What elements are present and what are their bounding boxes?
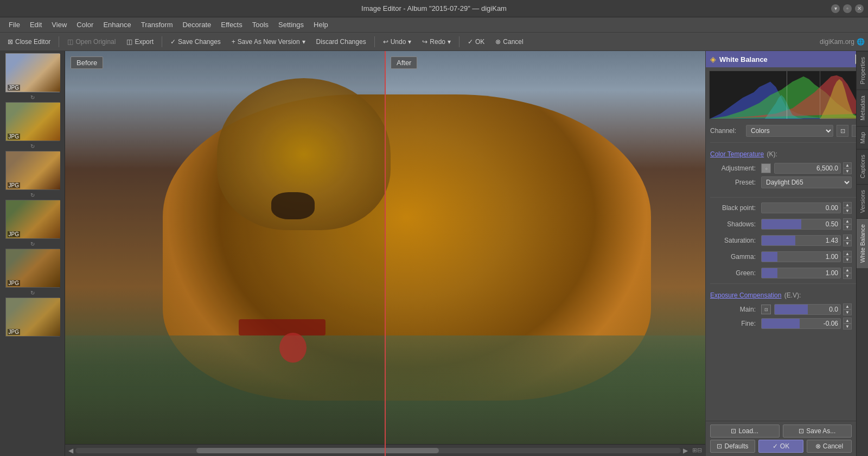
toolbar: ⊠ Close Editor ◫ Open Original ◫ Export … — [0, 33, 868, 51]
gamma-input[interactable] — [761, 251, 841, 262]
discard-changes-button[interactable]: Discard Changes — [312, 36, 371, 47]
cancel-button[interactable]: ⊗ Cancel — [491, 36, 527, 47]
ok-cancel-row: ⊡ Defaults ✓ OK ⊗ Cancel — [710, 440, 852, 453]
black-point-down[interactable]: ▼ — [843, 208, 852, 214]
main-input[interactable] — [774, 304, 841, 315]
fine-up[interactable]: ▲ — [843, 318, 852, 324]
load-save-row: ⊡ Load... ⊡ Save As... — [710, 425, 852, 438]
menu-effects[interactable]: Effects — [216, 19, 247, 30]
wb-ok-button[interactable]: ✓ OK — [758, 440, 803, 453]
adjustment-up[interactable]: ▲ — [843, 162, 852, 168]
tab-map[interactable]: Map — [857, 126, 868, 149]
channel-label: Channel: — [710, 127, 743, 135]
channel-row: Channel: Colors ⊡ ⊟ — [706, 123, 868, 139]
green-down[interactable]: ▼ — [843, 273, 852, 279]
exposure-comp-link[interactable]: Exposure Compensation — [710, 292, 781, 299]
maximize-button[interactable]: ▫ — [843, 4, 852, 13]
wb-cancel-button[interactable]: ⊗ Cancel — [807, 440, 852, 453]
thumb-nav-1[interactable]: ↻ — [0, 93, 65, 101]
redo-icon: ↪ — [422, 38, 427, 46]
nav-right-icon[interactable]: ▶ — [683, 447, 688, 454]
main-up[interactable]: ▲ — [843, 303, 852, 309]
nav-left-icon[interactable]: ◀ — [68, 447, 73, 454]
green-input[interactable] — [761, 268, 841, 278]
toolbar-separator-2 — [162, 36, 162, 47]
tab-white-balance[interactable]: White Balance — [857, 218, 868, 268]
digikam-globe-icon: 🌐 — [857, 38, 865, 46]
fine-exposure-row: Fine: ▲ ▼ ↺ — [710, 318, 864, 330]
channel-select[interactable]: Colors — [746, 125, 833, 137]
shadows-input[interactable] — [761, 219, 841, 230]
menu-color[interactable]: Color — [72, 19, 98, 30]
menu-file[interactable]: File — [4, 19, 24, 30]
load-icon: ⊡ — [731, 427, 736, 435]
adjustment-label: Adjustment: — [710, 164, 759, 172]
tab-versions[interactable]: Versions — [857, 184, 868, 218]
gamma-down[interactable]: ▼ — [843, 257, 852, 263]
save-icon: ⊡ — [799, 427, 804, 435]
menu-settings[interactable]: Settings — [274, 19, 308, 30]
open-original-button[interactable]: ◫ Open Original — [63, 36, 120, 47]
thumb-nav-5[interactable]: ↻ — [0, 289, 65, 296]
thumbnail-label-6: JPG — [8, 329, 20, 335]
thumb-nav-4[interactable]: ↻ — [0, 240, 65, 248]
menu-tools[interactable]: Tools — [248, 19, 273, 30]
thumbnail-3[interactable]: JPG — [5, 151, 60, 190]
black-point-up[interactable]: ▲ — [843, 202, 852, 208]
close-editor-button[interactable]: ⊠ Close Editor — [3, 36, 55, 47]
preset-select[interactable]: Daylight D65 — [761, 176, 852, 188]
thumbnail-5[interactable]: JPG — [5, 249, 60, 288]
preset-row: Preset: Daylight D65 ↺ — [710, 176, 864, 188]
thumbnail-2[interactable]: JPG — [5, 102, 60, 141]
menu-view[interactable]: View — [47, 19, 71, 30]
fine-down[interactable]: ▼ — [843, 324, 852, 330]
menu-transform[interactable]: Transform — [137, 19, 177, 30]
thumbnail-6[interactable]: JPG — [5, 297, 60, 337]
thumbnail-4[interactable]: JPG — [5, 200, 60, 239]
export-button[interactable]: ◫ Export — [122, 36, 158, 47]
thumbnail-1[interactable]: JPG — [5, 53, 60, 92]
tab-metadata[interactable]: Metadata — [857, 90, 868, 126]
gamma-up[interactable]: ▲ — [843, 251, 852, 257]
adjustment-input[interactable] — [774, 163, 841, 174]
thumb-nav-3[interactable]: ↻ — [0, 191, 65, 199]
thumbnail-image-4: JPG — [6, 200, 60, 238]
black-point-input[interactable] — [761, 202, 841, 213]
save-as-new-button[interactable]: + Save As New Version ▾ — [227, 36, 310, 47]
histogram-svg — [710, 71, 864, 119]
menu-edit[interactable]: Edit — [25, 19, 46, 30]
saturation-input[interactable] — [761, 235, 841, 246]
tab-properties[interactable]: Properties — [857, 51, 868, 90]
shadows-up[interactable]: ▲ — [843, 218, 852, 224]
ok-button[interactable]: ✓ OK — [463, 36, 489, 47]
tab-captions[interactable]: Captions — [857, 149, 868, 183]
defaults-button[interactable]: ⊡ Defaults — [710, 440, 755, 453]
saturation-down[interactable]: ▼ — [843, 240, 852, 246]
menu-help[interactable]: Help — [309, 19, 333, 30]
undo-button[interactable]: ↩ Undo ▾ — [379, 36, 416, 47]
thumb-nav-2[interactable]: ↻ — [0, 142, 65, 150]
main-icon[interactable]: ⊡ — [761, 305, 771, 314]
channel-btn-1[interactable]: ⊡ — [837, 125, 848, 137]
shadows-down[interactable]: ▼ — [843, 224, 852, 230]
picker-icon[interactable]: ⬦ — [761, 163, 771, 173]
save-as-button[interactable]: ⊡ Save As... — [783, 425, 852, 438]
dropdown-arrow-icon: ▾ — [302, 38, 305, 46]
menu-enhance[interactable]: Enhance — [99, 19, 135, 30]
redo-button[interactable]: ↪ Redo ▾ — [418, 36, 455, 47]
load-button[interactable]: ⊡ Load... — [710, 425, 780, 438]
saturation-up[interactable]: ▲ — [843, 235, 852, 240]
split-line[interactable] — [385, 51, 386, 456]
main-down[interactable]: ▼ — [843, 309, 852, 315]
save-changes-button[interactable]: ✓ Save Changes — [166, 36, 225, 47]
color-temp-link[interactable]: Color Temperature — [710, 150, 764, 158]
fine-input[interactable] — [761, 318, 841, 329]
horizontal-scrollbar[interactable] — [75, 448, 681, 453]
menu-bar: File Edit View Color Enhance Transform D… — [0, 17, 868, 33]
cancel-x-icon: ⊗ — [815, 442, 821, 450]
minimize-button[interactable]: ▾ — [831, 4, 840, 13]
green-up[interactable]: ▲ — [843, 267, 852, 273]
menu-decorate[interactable]: Decorate — [178, 19, 215, 30]
close-button[interactable]: ✕ — [855, 4, 864, 13]
adjustment-down[interactable]: ▼ — [843, 168, 852, 174]
